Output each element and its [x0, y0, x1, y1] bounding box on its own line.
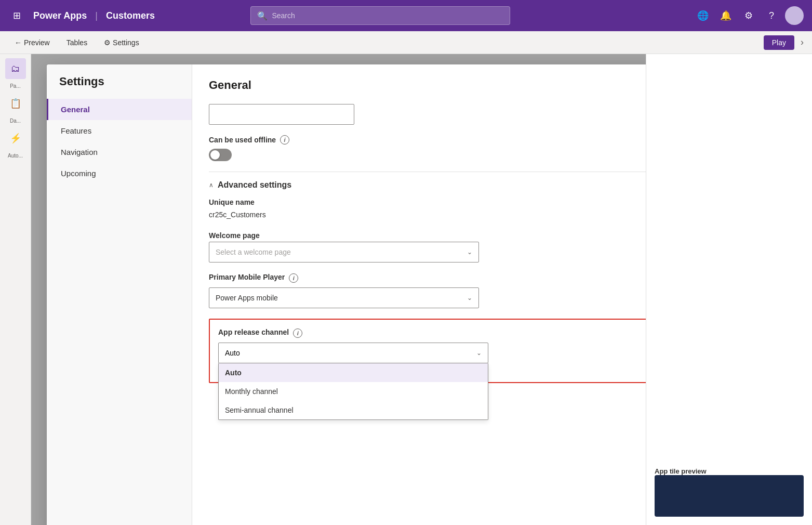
chevron-up-icon: ∧ — [209, 181, 214, 189]
top-navigation: ⊞ Power Apps | Customers 🔍 🌐 🔔 ⚙ ? — [0, 0, 812, 31]
grid-icon: ⊞ — [13, 10, 21, 21]
welcome-page-dropdown-arrow: ⌄ — [467, 248, 472, 256]
bell-icon: 🔔 — [720, 10, 731, 21]
offline-toggle[interactable] — [209, 149, 232, 161]
automation-icon: ⚡ — [10, 133, 21, 144]
settings-button[interactable]: ⚙ — [739, 6, 758, 25]
primary-mobile-player-label: Primary Mobile Player — [209, 273, 285, 281]
welcome-page-dropdown[interactable]: Select a welcome page ⌄ — [209, 242, 479, 262]
settings-nav-general[interactable]: General — [47, 99, 192, 120]
primary-mobile-player-row: Primary Mobile Player i — [209, 273, 646, 283]
dropdown-option-auto[interactable]: Auto — [219, 363, 488, 382]
sidebar-item-automation[interactable]: ⚡ — [5, 128, 26, 149]
canvas-area: Settings General Features Navigation Upc… — [31, 54, 646, 525]
section-divider — [209, 172, 646, 172]
release-channel-dropdown-menu: Auto Monthly channel Semi-annual channel — [218, 363, 488, 420]
search-icon: 🔍 — [257, 11, 268, 21]
release-channel-field: App release channel i Auto ⌄ Auto Mont — [218, 328, 646, 363]
search-input[interactable] — [272, 11, 503, 20]
offline-label: Can be used offline — [209, 136, 276, 144]
notifications-button[interactable]: 🔔 — [716, 6, 735, 25]
sidebar-label-pages: Pa... — [10, 83, 21, 89]
toggle-knob — [210, 150, 220, 160]
release-channel-dropdown[interactable]: Auto ⌄ — [218, 343, 488, 363]
settings-nav-navigation[interactable]: Navigation — [47, 141, 192, 163]
main-area: 🗂 Pa... 📋 Da... ⚡ Auto... Settings Gener… — [0, 54, 812, 525]
globe-button[interactable]: 🌐 — [694, 6, 712, 25]
advanced-settings-title: Advanced settings — [218, 180, 291, 190]
release-channel-label: App release channel — [218, 328, 289, 336]
welcome-page-field: Welcome page Select a welcome page ⌄ — [209, 231, 646, 262]
app-grid-button[interactable]: ⊞ — [8, 7, 25, 24]
play-button[interactable]: Play — [764, 35, 794, 50]
avatar[interactable] — [785, 6, 804, 25]
welcome-page-placeholder: Select a welcome page — [216, 248, 291, 256]
gear-icon: ⚙ — [744, 10, 753, 21]
tab-preview[interactable]: ← Preview — [8, 36, 56, 49]
offline-info-icon[interactable]: i — [280, 135, 289, 145]
settings-nav-features[interactable]: Features — [47, 120, 192, 141]
settings-sidebar: Settings General Features Navigation Upc… — [47, 64, 192, 525]
settings-content: General × Can be used offline i ∧ Ad — [192, 64, 646, 525]
page-name: Customers — [106, 10, 155, 21]
chevron-right-icon: › — [801, 37, 804, 48]
settings-content-title: General — [209, 78, 251, 92]
release-channel-selected-value: Auto — [225, 349, 240, 357]
unique-name-value: cr25c_Customers — [209, 208, 646, 221]
primary-mobile-player-field: Primary Mobile Player i Power Apps mobil… — [209, 273, 646, 308]
settings-modal: Settings General Features Navigation Upc… — [47, 64, 646, 525]
settings-title: Settings — [47, 75, 192, 99]
help-button[interactable]: ? — [762, 6, 781, 25]
dropdown-option-monthly[interactable]: Monthly channel — [219, 382, 488, 401]
pages-icon: 🗂 — [11, 63, 20, 74]
tab-tables[interactable]: Tables — [60, 36, 94, 49]
sidebar-item-pages[interactable]: 🗂 — [5, 58, 26, 79]
search-bar[interactable]: 🔍 — [250, 6, 510, 25]
tab-settings[interactable]: ⚙ Settings — [98, 36, 145, 49]
unique-name-field: Unique name cr25c_Customers — [209, 198, 646, 221]
offline-field-row: Can be used offline i — [209, 135, 646, 145]
sidebar-label-automation: Auto... — [8, 153, 23, 159]
left-sidebar: 🗂 Pa... 📋 Da... ⚡ Auto... — [0, 54, 31, 525]
sidebar-item-data[interactable]: 📋 — [5, 93, 26, 114]
help-icon: ? — [769, 10, 774, 21]
right-panel: App tile preview — [646, 54, 812, 525]
welcome-page-label: Welcome page — [209, 231, 646, 240]
app-tile-preview-label: App tile preview — [655, 467, 804, 475]
advanced-settings-header[interactable]: ∧ Advanced settings — [209, 180, 646, 190]
app-name: Power Apps — [33, 10, 87, 21]
primary-mobile-player-value: Power Apps mobile — [216, 294, 278, 302]
release-channel-section: App release channel i Auto ⌄ Auto Mont — [209, 319, 646, 383]
nav-icons: 🌐 🔔 ⚙ ? — [694, 6, 804, 25]
data-icon: 📋 — [10, 98, 21, 109]
unique-name-label: Unique name — [209, 198, 646, 206]
release-channel-row: App release channel i — [218, 328, 646, 338]
settings-header: General × — [209, 77, 646, 94]
release-channel-info-icon[interactable]: i — [293, 329, 302, 338]
release-channel-dropdown-container: Auto ⌄ Auto Monthly channel Semi-annual … — [218, 343, 488, 363]
nav-separator: | — [95, 10, 98, 21]
dropdown-option-semiannual[interactable]: Semi-annual channel — [219, 401, 488, 419]
primary-mobile-player-dropdown[interactable]: Power Apps mobile ⌄ — [209, 287, 479, 308]
release-channel-dropdown-arrow: ⌄ — [476, 349, 482, 357]
app-tile-preview-box — [655, 475, 804, 517]
primary-mobile-player-info-icon[interactable]: i — [289, 273, 298, 283]
app-name-input[interactable] — [209, 104, 354, 125]
globe-icon: 🌐 — [697, 10, 709, 21]
sub-navigation: ← Preview Tables ⚙ Settings Play › — [0, 31, 812, 54]
settings-nav-upcoming[interactable]: Upcoming — [47, 163, 192, 184]
primary-mobile-player-dropdown-arrow: ⌄ — [467, 294, 472, 301]
sidebar-label-data: Da... — [10, 118, 21, 124]
